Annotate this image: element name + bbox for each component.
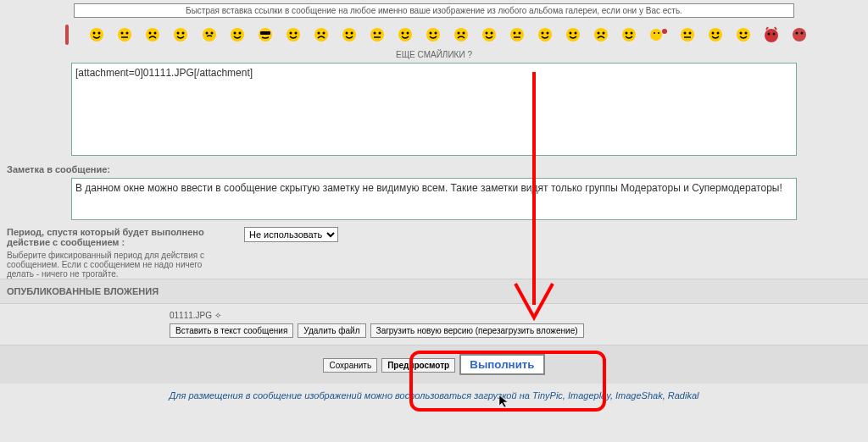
smiley-sunglasses-icon[interactable] — [258, 27, 273, 42]
svg-point-65 — [683, 32, 686, 35]
svg-point-73 — [765, 29, 778, 42]
svg-point-61 — [654, 32, 655, 34]
smiley-red-icon[interactable] — [792, 27, 807, 42]
svg-point-47 — [519, 32, 521, 35]
more-smilies-link[interactable]: ЕЩЕ СМАЙЛИКИ ? — [0, 48, 868, 63]
svg-point-45 — [510, 28, 524, 41]
svg-point-4 — [118, 28, 131, 41]
svg-point-48 — [538, 28, 552, 41]
smiley-icon[interactable] — [708, 27, 723, 42]
period-label: Период, спустя который будет выполнено д… — [7, 227, 236, 247]
svg-point-10 — [174, 28, 187, 41]
svg-point-44 — [491, 32, 493, 35]
smiley-icon[interactable] — [342, 27, 357, 42]
svg-point-12 — [182, 32, 185, 35]
svg-point-42 — [482, 28, 496, 41]
svg-point-43 — [486, 32, 488, 35]
svg-point-3 — [98, 32, 101, 35]
attachment-filename: 01111.JPG ✧ — [170, 311, 868, 323]
smiley-icon[interactable] — [89, 27, 104, 42]
svg-point-26 — [322, 32, 325, 35]
smiley-icon[interactable] — [370, 27, 385, 42]
svg-point-6 — [126, 32, 129, 35]
svg-point-24 — [314, 28, 328, 41]
smiley-icon[interactable] — [481, 27, 497, 42]
svg-point-63 — [662, 29, 667, 34]
svg-point-41 — [463, 32, 465, 35]
smiley-icon[interactable] — [173, 27, 188, 42]
svg-point-32 — [378, 32, 381, 35]
svg-point-57 — [622, 28, 636, 41]
period-description: Выберите фиксированный период для действ… — [0, 251, 229, 279]
period-select[interactable]: Не использовать — [244, 227, 338, 242]
svg-point-60 — [650, 29, 662, 41]
insert-attachment-button[interactable]: Вставить в текст сообщения — [170, 323, 293, 338]
svg-point-27 — [342, 28, 356, 41]
stick-icon — [56, 25, 78, 45]
svg-point-50 — [547, 32, 549, 35]
svg-point-56 — [603, 32, 605, 35]
svg-point-29 — [350, 32, 353, 35]
smiley-icon[interactable] — [117, 27, 132, 42]
svg-point-13 — [203, 28, 216, 41]
svg-point-7 — [146, 28, 159, 41]
smiley-flower-icon[interactable] — [650, 27, 667, 42]
smiley-icon[interactable] — [736, 27, 751, 42]
svg-point-74 — [767, 33, 770, 36]
svg-point-64 — [681, 28, 694, 41]
svg-point-30 — [370, 28, 384, 41]
delete-attachment-button[interactable]: Удалить файл — [298, 323, 365, 338]
svg-point-66 — [688, 32, 691, 35]
svg-rect-0 — [65, 25, 69, 45]
svg-point-11 — [177, 32, 180, 35]
svg-point-14 — [205, 32, 208, 35]
svg-point-76 — [793, 28, 806, 41]
execute-button[interactable]: Выполнить — [459, 354, 544, 375]
svg-point-68 — [711, 32, 714, 35]
svg-point-28 — [345, 32, 348, 35]
svg-point-18 — [238, 32, 241, 35]
svg-point-22 — [289, 32, 292, 35]
smiley-icon[interactable] — [398, 27, 413, 42]
svg-point-54 — [594, 28, 608, 41]
smiley-icon[interactable] — [621, 27, 637, 42]
smiley-icon[interactable] — [202, 27, 217, 42]
svg-point-75 — [772, 33, 775, 36]
quick-insert-bar[interactable]: Быстрая вставка ссылки в сообщение на лю… — [74, 3, 794, 18]
smiley-icon[interactable] — [565, 27, 581, 42]
preview-button[interactable]: Предпросмотр — [381, 358, 455, 373]
smiley-icon[interactable] — [230, 27, 245, 42]
svg-point-1 — [90, 28, 103, 41]
note-editor[interactable] — [71, 178, 797, 220]
smiley-icon[interactable] — [509, 27, 525, 42]
smiley-icon[interactable] — [453, 27, 469, 42]
svg-point-31 — [373, 32, 376, 35]
svg-point-8 — [149, 32, 152, 35]
message-editor[interactable] — [71, 63, 797, 156]
smiley-icon[interactable] — [145, 27, 160, 42]
svg-point-40 — [458, 32, 460, 35]
devil-icon[interactable] — [764, 26, 779, 43]
svg-point-69 — [716, 32, 719, 35]
svg-point-62 — [658, 32, 659, 34]
note-label: Заметка в сообщение: — [0, 156, 868, 178]
svg-point-2 — [93, 32, 96, 35]
svg-point-78 — [800, 32, 803, 35]
save-button[interactable]: Сохранить — [323, 358, 377, 373]
smiley-icon[interactable] — [314, 27, 329, 42]
smiley-icon[interactable] — [593, 27, 609, 42]
reload-attachment-button[interactable]: Загрузить новую версию (перезагрузить вл… — [370, 323, 584, 338]
svg-point-17 — [233, 32, 236, 35]
smiley-icon[interactable] — [537, 27, 553, 42]
smiley-icon[interactable] — [286, 27, 301, 42]
svg-point-52 — [570, 32, 572, 35]
svg-point-58 — [626, 32, 628, 35]
emoji-row — [0, 21, 868, 48]
smiley-icon[interactable] — [426, 27, 441, 42]
svg-point-49 — [542, 32, 544, 35]
svg-point-33 — [398, 28, 412, 41]
svg-point-9 — [154, 32, 157, 35]
svg-point-70 — [737, 28, 750, 41]
svg-point-23 — [294, 32, 297, 35]
smiley-icon[interactable] — [680, 27, 695, 42]
